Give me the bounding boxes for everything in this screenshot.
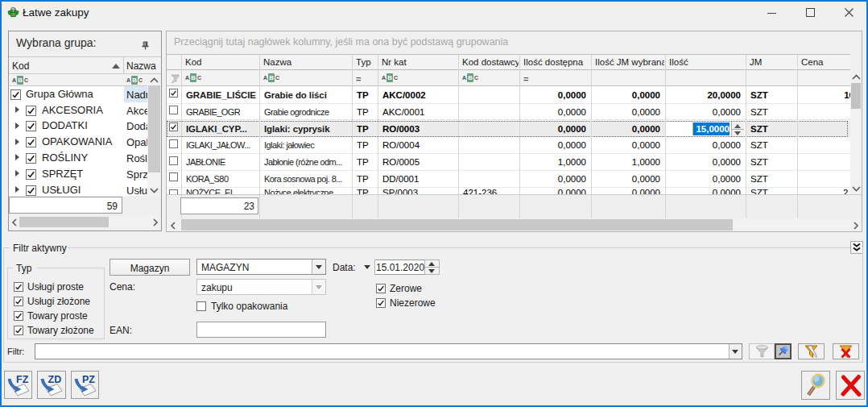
svg-text:PZ: PZ	[82, 374, 95, 385]
svg-text:ZD: ZD	[48, 374, 62, 385]
svg-text:FZ: FZ	[16, 374, 29, 385]
